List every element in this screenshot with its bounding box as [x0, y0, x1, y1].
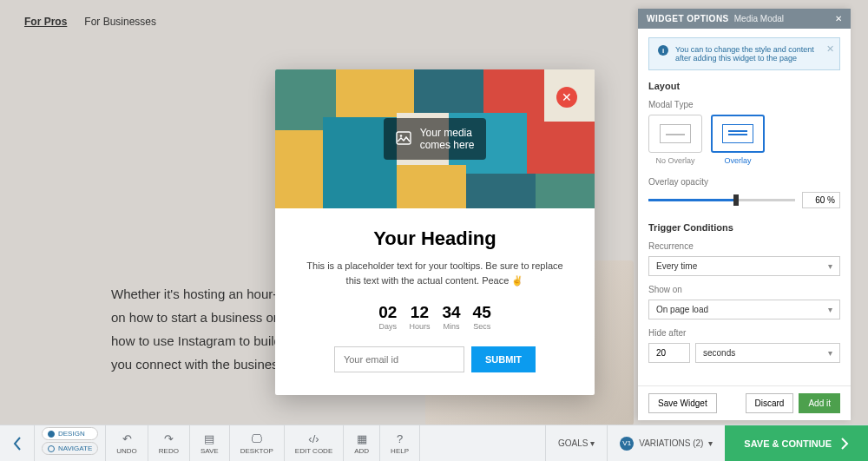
trigger-section-title: Trigger Conditions: [648, 222, 840, 233]
opacity-slider[interactable]: [648, 199, 795, 201]
edit-code-button[interactable]: ‹/›EDIT CODE: [285, 425, 344, 461]
design-mode-toggle[interactable]: DESIGN: [42, 427, 98, 440]
variation-badge: V1: [620, 437, 634, 451]
modal-subtext[interactable]: This is a placeholder text for your tool…: [299, 259, 570, 287]
add-it-button[interactable]: Add it: [799, 393, 840, 413]
media-placeholder-label: Your media comes here: [384, 118, 487, 160]
editor-toolbar: DESIGN NAVIGATE ↶UNDO ↷REDO ▤SAVE 🖵DESKT…: [0, 425, 868, 461]
info-dismiss-icon[interactable]: ✕: [826, 43, 834, 55]
layout-section-title: Layout: [648, 81, 840, 91]
show-on-label: Show on: [648, 285, 840, 294]
variations-button[interactable]: V1 VARIATIONS (2) ▾: [607, 425, 725, 461]
info-icon: i: [658, 45, 668, 56]
svg-point-1: [399, 135, 402, 137]
desktop-button[interactable]: 🖵DESKTOP: [230, 425, 285, 461]
hide-after-label: Hide after: [648, 328, 840, 338]
hide-after-unit-select[interactable]: seconds: [695, 343, 840, 363]
panel-title: WIDGET OPTIONS: [647, 14, 729, 23]
modal-type-overlay[interactable]: Overlay: [711, 115, 765, 165]
modal-heading[interactable]: Your Heading: [299, 227, 570, 250]
submit-button[interactable]: SUBMIT: [471, 346, 536, 372]
help-button[interactable]: ?HELP: [380, 425, 420, 461]
help-icon: ?: [397, 432, 403, 445]
goals-button[interactable]: GOALS ▾: [545, 425, 607, 461]
countdown-timer: 02Days 12Hours 34Mins 45Secs: [299, 303, 570, 331]
add-icon: ▦: [357, 432, 367, 445]
widget-options-panel: WIDGET OPTIONSMedia Modal ✕ i You can to…: [638, 9, 851, 420]
modal-media-area[interactable]: ✕ Your media comes here: [275, 69, 595, 208]
save-continue-button[interactable]: SAVE & CONTINUE: [725, 425, 868, 461]
recurrence-select[interactable]: Every time: [648, 256, 840, 276]
panel-subtitle: Media Modal: [734, 14, 784, 23]
desktop-icon: 🖵: [251, 432, 262, 445]
back-button[interactable]: [0, 425, 35, 461]
info-notice: i You can to change the style and conten…: [648, 37, 840, 70]
email-input[interactable]: [334, 346, 464, 372]
navigate-mode-toggle[interactable]: NAVIGATE: [42, 442, 98, 455]
nav-for-businesses[interactable]: For Businesses: [84, 16, 156, 28]
close-icon[interactable]: ✕: [556, 87, 577, 108]
modal-type-label: Modal Type: [648, 100, 840, 109]
opacity-label: Overlay opacity: [648, 177, 840, 187]
slider-thumb[interactable]: [733, 194, 739, 206]
undo-button[interactable]: ↶UNDO: [106, 425, 148, 461]
hide-after-input[interactable]: [648, 343, 690, 363]
show-on-select[interactable]: On page load: [648, 300, 840, 319]
code-icon: ‹/›: [308, 432, 319, 445]
media-modal: ✕ Your media comes here Your Heading Thi…: [275, 69, 595, 395]
redo-icon: ↷: [164, 432, 174, 445]
save-icon: ▤: [204, 432, 214, 445]
undo-icon: ↶: [122, 432, 132, 445]
nav-for-pros[interactable]: For Pros: [24, 16, 67, 28]
recurrence-label: Recurrence: [648, 241, 840, 251]
svg-rect-0: [397, 132, 411, 144]
discard-button[interactable]: Discard: [746, 393, 794, 413]
redo-button[interactable]: ↷REDO: [148, 425, 190, 461]
modal-type-no-overlay[interactable]: No Overlay: [648, 115, 702, 165]
image-icon: [396, 131, 411, 148]
opacity-value[interactable]: 60 %: [802, 192, 840, 208]
panel-close-icon[interactable]: ✕: [835, 14, 842, 23]
add-button[interactable]: ▦ADD: [344, 425, 380, 461]
save-widget-button[interactable]: Save Widget: [648, 393, 717, 413]
save-button[interactable]: ▤SAVE: [190, 425, 230, 461]
